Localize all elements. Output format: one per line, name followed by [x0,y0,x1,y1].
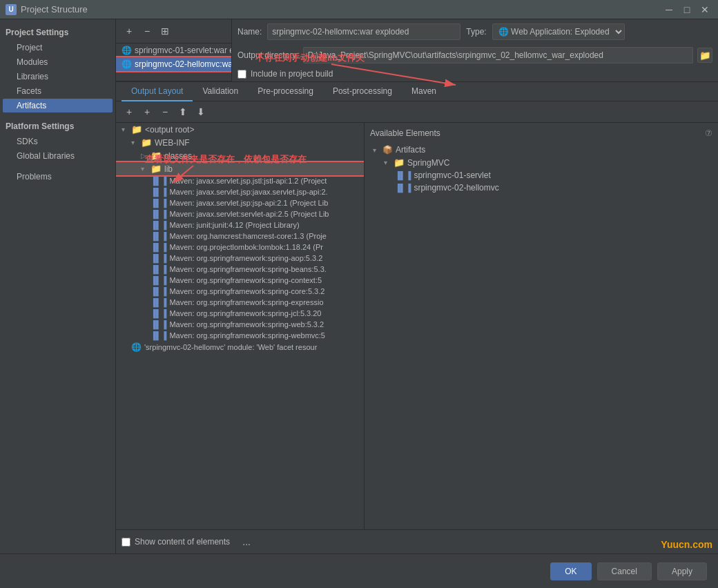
expand-arrow[interactable]: ▾ [141,165,151,173]
add-artifact-button[interactable]: + [122,23,137,39]
more-button[interactable]: ... [237,534,256,549]
expand-arrow[interactable]: ▷ [141,152,151,159]
remove-artifact-button[interactable]: − [139,23,155,39]
ok-button[interactable]: OK [550,562,591,580]
tree-item-web-inf[interactable]: ▾ 📁 WEB-INF [116,136,364,149]
sidebar-item-global-libraries[interactable]: Global Libraries [3,149,113,163]
springmvc-expand-arrow[interactable]: ▾ [384,159,394,166]
close-button[interactable]: ✕ [697,2,712,17]
sidebar-item-libraries[interactable]: Libraries [3,70,113,84]
tree-item-maven-1[interactable]: ▐▌▐ Maven: javax.servlet.jsp.jstl:jstl-a… [116,175,364,186]
tab-maven[interactable]: Maven [402,82,446,101]
app-icon: U [6,4,17,15]
output-dir-label: Output directory: [237,50,299,60]
tree-item-maven-2[interactable]: ▐▌▐ Maven: javax.servlet.jsp:javax.servl… [116,186,364,197]
expand-arrow[interactable]: ▾ [131,139,141,146]
main-container: Project Settings Project Modules Librari… [0,19,718,553]
tree-item-maven-11[interactable]: ▐▌▐ Maven: org.springframework:spring-co… [116,286,364,297]
remove-element-button[interactable]: − [157,104,173,119]
right-panel-header: Available Elements ⑦ [370,128,712,138]
sidebar-item-artifacts[interactable]: Artifacts [3,99,113,112]
browse-button[interactable]: 📁 [697,48,712,63]
tab-post-processing[interactable]: Post-processing [323,82,402,101]
tree-item-classes[interactable]: ▷ 📁 classes [116,149,364,162]
include-checkbox[interactable] [237,70,246,79]
folder-icon-lib: 📁 [151,164,162,174]
tree-item-lib[interactable]: ▾ 📁 lib [116,162,364,175]
apply-button[interactable]: Apply [657,562,707,580]
jar-icon-11: ▐▌▐ [151,287,166,295]
sidebar-item-modules[interactable]: Modules [3,55,113,69]
tree-item-output-root[interactable]: ▾ 📁 <output root> [116,123,364,136]
artifact-list-item[interactable]: 🌐 springmvc-01-servlet:war e [116,43,231,57]
jar-icon-15: ▐▌▐ [151,331,166,340]
inner-toolbar: + + − ⬆ ⬇ [116,101,718,123]
jar-icon-13: ▐▌▐ [151,309,166,317]
sidebar-item-project[interactable]: Project [3,41,113,55]
web-icon-2: 🌐 [122,59,132,69]
tree-item-maven-8[interactable]: ▐▌▐ Maven: org.springframework:spring-ao… [116,253,364,264]
tree-item-maven-7[interactable]: ▐▌▐ Maven: org.projectlombok:lombok:1.18… [116,242,364,253]
cancel-button[interactable]: Cancel [597,562,652,580]
move-down-button[interactable]: ⬇ [193,104,208,119]
jar-icon-10: ▐▌▐ [151,276,166,284]
tree-item-module-facet[interactable]: 🌐 'srpingmvc-02-hellomvc' module: 'Web' … [116,341,364,353]
maximize-button[interactable]: □ [679,2,695,17]
title-bar-text: Project Structure [21,4,661,14]
artifacts-section-icon: 📦 [382,145,393,155]
sidebar-item-sdks[interactable]: SDKs [3,135,113,148]
sidebar-item-facets[interactable]: Facets [3,84,113,98]
move-up-button[interactable]: ⬆ [175,104,191,119]
sidebar-item-problems[interactable]: Problems [3,170,113,184]
tab-validation[interactable]: Validation [193,82,248,101]
right-panel-hellomvc[interactable]: ▐▌▐ srpingmvc-02-hellomvc [370,182,712,194]
copy-artifact-button[interactable]: ⊞ [157,23,173,39]
title-bar-controls[interactable]: ─ □ ✕ [661,2,712,17]
add-element-button[interactable]: + [122,104,137,119]
tab-output-layout[interactable]: Output Layout [122,82,193,101]
add-copy-button[interactable]: + [139,104,155,119]
help-icon[interactable]: ⑦ [705,128,712,138]
tree-item-maven-12[interactable]: ▐▌▐ Maven: org.springframework:spring-ex… [116,297,364,308]
project-settings-header: Project Settings [0,25,115,40]
jar-icon-8: ▐▌▐ [151,254,166,262]
type-select[interactable]: 🌐 Web Application: Exploded [492,23,625,40]
right-panel-springmvc[interactable]: ▾ 📁 SpringMVC [370,156,712,169]
name-label: Name: [237,27,262,37]
jar-icon-12: ▐▌▐ [151,298,166,306]
hellomvc-jar-icon: ▐▌▐ [395,184,411,192]
artifacts-expand-arrow[interactable]: ▾ [373,146,382,154]
tree-item-maven-5[interactable]: ▐▌▐ Maven: junit:junit:4.12 (Project Lib… [116,219,364,231]
tree-item-maven-4[interactable]: ▐▌▐ Maven: javax.servlet:servlet-api:2.5… [116,208,364,219]
artifact-toolbar: + − ⊞ [116,19,231,43]
folder-icon-webinf: 📁 [141,137,152,148]
show-content-checkbox[interactable] [122,538,130,547]
tree-item-maven-13[interactable]: ▐▌▐ Maven: org.springframework:spring-jc… [116,308,364,319]
tree-item-maven-9[interactable]: ▐▌▐ Maven: org.springframework:spring-be… [116,264,364,275]
root-icon: 📁 [131,124,142,135]
name-input[interactable] [267,23,460,40]
tree-item-maven-3[interactable]: ▐▌▐ Maven: javax.servlet.jsp:jsp-api:2.1… [116,197,364,208]
expand-arrow[interactable]: ▾ [122,126,131,133]
artifact-list-item-selected[interactable]: 🌐 srpingmvc-02-hellomvc:wa [116,57,231,71]
tree-item-maven-6[interactable]: ▐▌▐ Maven: org.hamcrest:hamcrest-core:1.… [116,231,364,242]
split-pane: ▾ 📁 <output root> ▾ 📁 WEB-INF ▷ 📁 classe… [116,123,718,529]
tree-item-maven-14[interactable]: ▐▌▐ Maven: org.springframework:spring-we… [116,319,364,330]
tab-pre-processing[interactable]: Pre-processing [248,82,323,101]
output-dir-input[interactable] [303,47,693,63]
minimize-button[interactable]: ─ [661,2,677,17]
include-label: Include in project build [251,69,333,79]
jar-icon-1: ▐▌▐ [151,177,166,185]
jar-icon-9: ▐▌▐ [151,265,166,273]
platform-settings-header: Platform Settings [0,119,115,134]
jar-icon-7: ▐▌▐ [151,243,166,251]
tree-item-maven-10[interactable]: ▐▌▐ Maven: org.springframework:spring-co… [116,275,364,286]
right-panel-artifacts-header[interactable]: ▾ 📦 Artifacts [370,144,712,156]
artifact-panel: + − ⊞ 🌐 springmvc-01-servlet:war e 🌐 srp… [116,19,232,81]
tabs-bar: Output Layout Validation Pre-processing … [116,82,718,101]
tree-item-maven-15[interactable]: ▐▌▐ Maven: org.springframework:spring-we… [116,330,364,341]
title-bar: U Project Structure ─ □ ✕ [0,0,718,19]
include-row: Include in project build [232,66,718,81]
jar-icon-3: ▐▌▐ [151,199,166,207]
right-panel-servlet[interactable]: ▐▌▐ springmvc-01-servlet [370,169,712,182]
